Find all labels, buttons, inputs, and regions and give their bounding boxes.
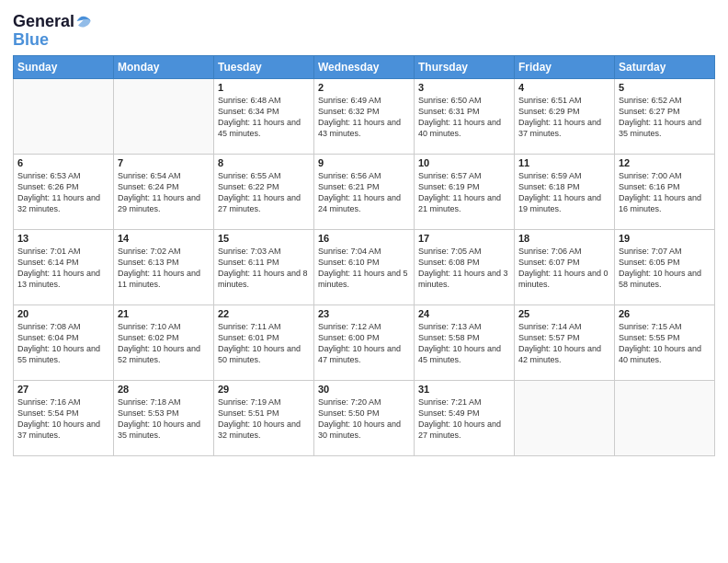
weekday-header-sunday: Sunday — [14, 55, 114, 78]
day-number: 6 — [17, 157, 109, 168]
day-info: Sunrise: 6:49 AM Sunset: 6:32 PM Dayligh… — [318, 95, 410, 140]
day-cell: 1Sunrise: 6:48 AM Sunset: 6:34 PM Daylig… — [214, 78, 314, 154]
day-cell: 30Sunrise: 7:20 AM Sunset: 5:50 PM Dayli… — [314, 380, 415, 455]
weekday-header-thursday: Thursday — [415, 55, 515, 78]
day-info: Sunrise: 6:50 AM Sunset: 6:31 PM Dayligh… — [418, 95, 510, 140]
day-number: 8 — [218, 157, 310, 168]
day-cell: 28Sunrise: 7:18 AM Sunset: 5:53 PM Dayli… — [114, 380, 214, 455]
week-row-1: 1Sunrise: 6:48 AM Sunset: 6:34 PM Daylig… — [14, 78, 715, 154]
day-info: Sunrise: 6:54 AM Sunset: 6:24 PM Dayligh… — [118, 170, 210, 215]
day-info: Sunrise: 7:13 AM Sunset: 5:58 PM Dayligh… — [418, 321, 510, 366]
day-number: 10 — [418, 157, 510, 168]
week-row-5: 27Sunrise: 7:16 AM Sunset: 5:54 PM Dayli… — [14, 380, 715, 455]
day-number: 23 — [318, 308, 410, 319]
weekday-header-friday: Friday — [515, 55, 615, 78]
day-info: Sunrise: 7:02 AM Sunset: 6:13 PM Dayligh… — [118, 246, 210, 291]
day-info: Sunrise: 6:48 AM Sunset: 6:34 PM Dayligh… — [218, 95, 310, 140]
day-cell: 15Sunrise: 7:03 AM Sunset: 6:11 PM Dayli… — [214, 229, 314, 304]
day-cell: 7Sunrise: 6:54 AM Sunset: 6:24 PM Daylig… — [114, 154, 214, 229]
day-cell: 29Sunrise: 7:19 AM Sunset: 5:51 PM Dayli… — [214, 380, 314, 455]
day-cell: 18Sunrise: 7:06 AM Sunset: 6:07 PM Dayli… — [515, 229, 615, 304]
day-info: Sunrise: 7:07 AM Sunset: 6:05 PM Dayligh… — [619, 246, 711, 291]
day-cell: 4Sunrise: 6:51 AM Sunset: 6:29 PM Daylig… — [515, 78, 615, 154]
day-cell: 12Sunrise: 7:00 AM Sunset: 6:16 PM Dayli… — [615, 154, 715, 229]
logo-text: General — [13, 13, 74, 31]
day-cell: 17Sunrise: 7:05 AM Sunset: 6:08 PM Dayli… — [415, 229, 515, 304]
day-number: 9 — [318, 157, 410, 168]
day-cell: 23Sunrise: 7:12 AM Sunset: 6:00 PM Dayli… — [314, 304, 415, 380]
day-info: Sunrise: 7:01 AM Sunset: 6:14 PM Dayligh… — [17, 246, 109, 291]
day-number: 1 — [218, 82, 310, 93]
day-number: 13 — [17, 233, 109, 244]
day-info: Sunrise: 7:03 AM Sunset: 6:11 PM Dayligh… — [218, 246, 310, 291]
day-cell: 22Sunrise: 7:11 AM Sunset: 6:01 PM Dayli… — [214, 304, 314, 380]
day-info: Sunrise: 7:08 AM Sunset: 6:04 PM Dayligh… — [17, 321, 109, 366]
day-number: 17 — [418, 233, 510, 244]
day-number: 26 — [619, 308, 711, 319]
day-number: 25 — [518, 308, 610, 319]
day-cell: 3Sunrise: 6:50 AM Sunset: 6:31 PM Daylig… — [415, 78, 515, 154]
day-number: 19 — [619, 233, 711, 244]
day-number: 5 — [619, 82, 711, 93]
day-cell: 2Sunrise: 6:49 AM Sunset: 6:32 PM Daylig… — [314, 78, 415, 154]
day-number: 31 — [418, 384, 510, 395]
day-info: Sunrise: 7:18 AM Sunset: 5:53 PM Dayligh… — [118, 396, 210, 442]
header: General Blue — [13, 9, 715, 50]
day-info: Sunrise: 6:53 AM Sunset: 6:26 PM Dayligh… — [17, 170, 109, 215]
day-info: Sunrise: 7:04 AM Sunset: 6:10 PM Dayligh… — [318, 246, 410, 291]
weekday-header-wednesday: Wednesday — [314, 55, 415, 78]
day-cell — [14, 78, 114, 154]
calendar-table: SundayMondayTuesdayWednesdayThursdayFrid… — [13, 55, 715, 456]
day-info: Sunrise: 6:57 AM Sunset: 6:19 PM Dayligh… — [418, 170, 510, 215]
day-cell: 19Sunrise: 7:07 AM Sunset: 6:05 PM Dayli… — [615, 229, 715, 304]
day-info: Sunrise: 7:12 AM Sunset: 6:00 PM Dayligh… — [318, 321, 410, 366]
day-info: Sunrise: 7:19 AM Sunset: 5:51 PM Dayligh… — [218, 396, 310, 442]
week-row-4: 20Sunrise: 7:08 AM Sunset: 6:04 PM Dayli… — [14, 304, 715, 380]
day-info: Sunrise: 6:55 AM Sunset: 6:22 PM Dayligh… — [218, 170, 310, 215]
day-cell: 31Sunrise: 7:21 AM Sunset: 5:49 PM Dayli… — [415, 380, 515, 455]
day-number: 18 — [518, 233, 610, 244]
day-info: Sunrise: 7:15 AM Sunset: 5:55 PM Dayligh… — [619, 321, 711, 366]
day-cell: 16Sunrise: 7:04 AM Sunset: 6:10 PM Dayli… — [314, 229, 415, 304]
day-info: Sunrise: 7:06 AM Sunset: 6:07 PM Dayligh… — [518, 246, 610, 291]
day-cell: 25Sunrise: 7:14 AM Sunset: 5:57 PM Dayli… — [515, 304, 615, 380]
day-info: Sunrise: 6:52 AM Sunset: 6:27 PM Dayligh… — [619, 95, 711, 140]
day-cell: 13Sunrise: 7:01 AM Sunset: 6:14 PM Dayli… — [14, 229, 114, 304]
day-cell: 10Sunrise: 6:57 AM Sunset: 6:19 PM Dayli… — [415, 154, 515, 229]
weekday-header-row: SundayMondayTuesdayWednesdayThursdayFrid… — [14, 55, 715, 78]
day-number: 30 — [318, 384, 410, 395]
day-info: Sunrise: 7:10 AM Sunset: 6:02 PM Dayligh… — [118, 321, 210, 366]
page: General Blue SundayMondayTuesdayWednesda… — [0, 0, 728, 563]
day-info: Sunrise: 7:00 AM Sunset: 6:16 PM Dayligh… — [619, 170, 711, 215]
day-cell — [515, 380, 615, 455]
day-number: 4 — [518, 82, 610, 93]
day-number: 7 — [118, 157, 210, 168]
weekday-header-saturday: Saturday — [615, 55, 715, 78]
logo-icon — [75, 13, 92, 29]
day-cell: 21Sunrise: 7:10 AM Sunset: 6:02 PM Dayli… — [114, 304, 214, 380]
day-number: 3 — [418, 82, 510, 93]
day-cell: 20Sunrise: 7:08 AM Sunset: 6:04 PM Dayli… — [14, 304, 114, 380]
weekday-header-tuesday: Tuesday — [214, 55, 314, 78]
day-info: Sunrise: 7:21 AM Sunset: 5:49 PM Dayligh… — [418, 396, 510, 442]
day-number: 14 — [118, 233, 210, 244]
day-cell: 11Sunrise: 6:59 AM Sunset: 6:18 PM Dayli… — [515, 154, 615, 229]
day-info: Sunrise: 6:56 AM Sunset: 6:21 PM Dayligh… — [318, 170, 410, 215]
day-cell: 5Sunrise: 6:52 AM Sunset: 6:27 PM Daylig… — [615, 78, 715, 154]
day-number: 22 — [218, 308, 310, 319]
day-info: Sunrise: 7:14 AM Sunset: 5:57 PM Dayligh… — [518, 321, 610, 366]
day-cell: 24Sunrise: 7:13 AM Sunset: 5:58 PM Dayli… — [415, 304, 515, 380]
day-cell: 14Sunrise: 7:02 AM Sunset: 6:13 PM Dayli… — [114, 229, 214, 304]
day-number: 28 — [118, 384, 210, 395]
day-number: 2 — [318, 82, 410, 93]
day-number: 15 — [218, 233, 310, 244]
day-number: 21 — [118, 308, 210, 319]
day-number: 29 — [218, 384, 310, 395]
week-row-2: 6Sunrise: 6:53 AM Sunset: 6:26 PM Daylig… — [14, 154, 715, 229]
day-info: Sunrise: 7:05 AM Sunset: 6:08 PM Dayligh… — [418, 246, 510, 291]
day-cell — [114, 78, 214, 154]
day-number: 11 — [518, 157, 610, 168]
day-number: 24 — [418, 308, 510, 319]
day-cell: 6Sunrise: 6:53 AM Sunset: 6:26 PM Daylig… — [14, 154, 114, 229]
logo-blue: Blue — [13, 30, 49, 49]
